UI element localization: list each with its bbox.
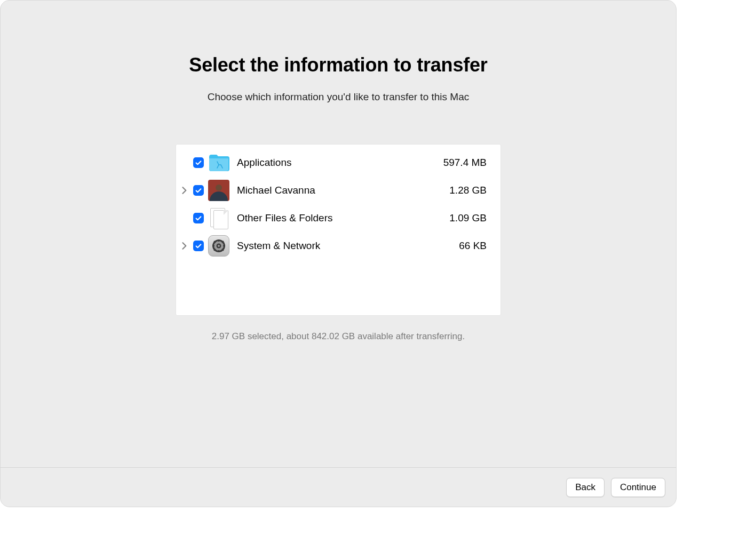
item-label: Michael Cavanna: [237, 185, 449, 196]
page-subtitle: Choose which information you'd like to t…: [208, 91, 469, 103]
applications-folder-icon: [208, 152, 229, 173]
item-label: Other Files & Folders: [237, 212, 449, 224]
checkbox-other-files[interactable]: [193, 213, 204, 223]
item-label: Applications: [237, 157, 443, 169]
item-size: 1.09 GB: [449, 212, 487, 224]
checkbox-applications[interactable]: [193, 157, 204, 168]
selection-summary: 2.97 GB selected, about 842.02 GB availa…: [212, 331, 465, 342]
migration-assistant-window: Select the information to transfer Choos…: [0, 0, 677, 507]
page-title: Select the information to transfer: [189, 54, 487, 76]
chevron-right-icon[interactable]: [182, 187, 187, 194]
transfer-items-list: Applications 597.4 MB Michael Cavanna 1.…: [176, 145, 500, 315]
item-size: 597.4 MB: [443, 157, 487, 169]
continue-button[interactable]: Continue: [611, 478, 665, 497]
checkmark-icon: [195, 242, 202, 250]
system-settings-icon: [208, 235, 229, 257]
list-item[interactable]: Other Files & Folders 1.09 GB: [176, 204, 500, 232]
chevron-right-icon[interactable]: [182, 242, 187, 250]
svg-point-11: [218, 245, 220, 247]
item-label: System & Network: [237, 240, 459, 252]
checkmark-icon: [195, 187, 202, 194]
back-button[interactable]: Back: [566, 478, 605, 497]
checkmark-icon: [195, 214, 202, 222]
checkbox-system-network[interactable]: [193, 241, 204, 251]
documents-icon: [208, 207, 229, 229]
checkmark-icon: [195, 159, 202, 166]
item-size: 1.28 GB: [449, 185, 487, 196]
list-item[interactable]: Michael Cavanna 1.28 GB: [176, 177, 500, 204]
item-size: 66 KB: [459, 240, 487, 252]
list-item[interactable]: System & Network 66 KB: [176, 232, 500, 260]
checkbox-user-michael[interactable]: [193, 185, 204, 196]
footer-bar: Back Continue: [1, 467, 676, 507]
user-avatar-icon: [208, 180, 229, 201]
list-item[interactable]: Applications 597.4 MB: [176, 149, 500, 177]
